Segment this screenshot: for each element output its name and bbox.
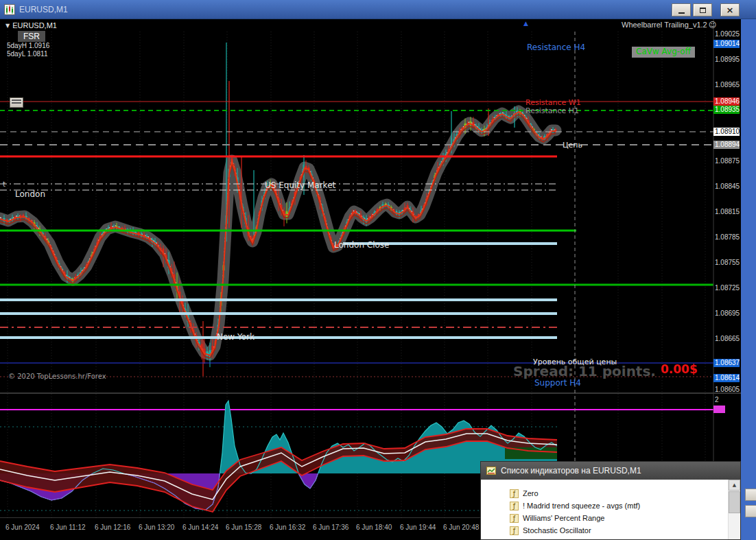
indicator-list-item[interactable]: ƒStochastic Oscillator [481,524,728,537]
chart-symbol[interactable]: ▼ EURUSD,M1 [5,21,57,30]
smiley-icon: ☺ [709,21,716,30]
time-axis-label: 6 Jun 20:48 [443,524,479,531]
osc-scale-label: 2 [715,396,741,403]
indicator-label: ! Madrid trend squeeze - avgs (mtf) [523,502,640,510]
minimize-icon [678,12,685,14]
indicator-list-item[interactable]: ƒWilliams' Percent Range [481,512,728,524]
time-axis-label: 6 Jun 16:32 [270,524,305,531]
minimize-button[interactable] [672,3,691,16]
dialog-edge-button-2[interactable] [745,505,756,517]
price-axis[interactable]: 1.090251.089951.089651.088751.088451.088… [713,19,741,518]
time-axis-label: 6 Jun 11:12 [50,524,86,531]
price-tick-label: 1.08725 [715,284,741,292]
price-tick-label: 1.08605 [715,386,741,393]
indicator-function-icon: ƒ [510,502,519,510]
restore-icon [700,8,706,13]
price-tick-label: 1.08695 [715,309,741,317]
price-tick-label: 1.08845 [715,183,741,190]
five-day-high-label: 5dayH 1.0916 [7,42,49,49]
price-tick-label: 1.09025 [715,30,741,38]
app-icon [4,4,15,15]
time-axis-label: 6 Jun 19:44 [400,524,436,531]
price-badge: 1.09014 [713,40,740,48]
fsr-indicator-label: FSR [18,31,45,42]
window-controls: × [670,3,740,16]
dialog-edge-button-1[interactable] [745,489,756,501]
minimized-window-icon[interactable] [10,97,23,108]
chart-canvas[interactable] [0,0,741,540]
close-button[interactable]: × [720,3,740,16]
time-axis-label: 6 Jun 18:40 [356,524,392,531]
indicators-dialog: Список индикаторов на EURUSD,M1 ƒZeroƒ! … [480,461,741,540]
price-badge: 1.08946 [713,97,740,106]
scroll-up-button[interactable]: ▲ [729,480,740,491]
indicator-function-icon: ƒ [510,489,519,498]
close-icon: × [727,5,734,14]
price-badge: 1.08910 [713,128,740,136]
time-axis-label: 6 Jun 2024 [5,524,40,531]
indicators-dialog-title: Список индикаторов на EURUSD,M1 [501,466,641,476]
indicators-dialog-body: ƒZeroƒ! Madrid trend squeeze - avgs (mtf… [481,480,740,539]
chevron-down-icon: ▼ [5,23,10,29]
window-frame-right [741,19,756,540]
indicator-function-icon: ƒ [510,514,519,523]
price-tick-label: 1.08875 [715,157,741,165]
time-axis-label: 6 Jun 17:36 [313,524,349,531]
indicators-dialog-titlebar[interactable]: Список индикаторов на EURUSD,M1 [481,462,740,480]
indicators-list: ƒZeroƒ! Madrid trend squeeze - avgs (mtf… [481,487,728,537]
indicators-dialog-scrollbar[interactable]: ▲ [728,480,740,539]
ea-name: Wheelbarrel Trailing_v1.2 [622,21,707,29]
indicators-dialog-icon [486,467,496,475]
price-badge: 1.08614 [713,374,740,382]
window-title: EURUSD,M1 [19,5,68,14]
indicator-label: Stochastic Oscillator [523,526,591,535]
scroll-thumb[interactable] [729,491,740,513]
price-badge: 1.08637 [713,359,740,367]
restore-button[interactable] [693,3,712,16]
indicator-list-item[interactable]: ƒZero [481,487,728,500]
indicator-function-icon: ƒ [510,526,519,535]
indicator-label: Zero [523,489,539,497]
price-tick-label: 1.08995 [715,56,741,63]
metatrader-window: ▼ EURUSD,M1 Wheelbarrel Trailing_v1.2☺ F… [0,0,756,540]
price-tick-label: 1.08815 [715,208,741,215]
window-titlebar[interactable]: EURUSD,M1 × [0,0,756,19]
five-day-low-label: 5dayL 1.0811 [7,50,48,58]
price-badge: 1.08894 [713,141,740,149]
time-axis-label: 6 Jun 15:28 [226,524,261,531]
price-tick-label: 1.08965 [715,81,741,89]
time-axis-label: 6 Jun 14:24 [182,524,218,531]
price-badge: 1.08935 [713,106,740,114]
price-tick-label: 1.08785 [715,233,741,241]
indicator-label: Williams' Percent Range [523,514,604,522]
price-tick-label: 1.08755 [715,259,741,266]
time-axis-label: 6 Jun 12:16 [95,524,130,531]
ea-label: Wheelbarrel Trailing_v1.2☺ [622,21,716,30]
osc-value-badge [713,406,725,413]
time-axis-label: 6 Jun 13:20 [139,524,174,531]
chart-symbol-label: EURUSD,M1 [12,21,57,30]
indicator-list-item[interactable]: ƒ! Madrid trend squeeze - avgs (mtf) [481,500,728,512]
price-tick-label: 1.08665 [715,335,741,342]
